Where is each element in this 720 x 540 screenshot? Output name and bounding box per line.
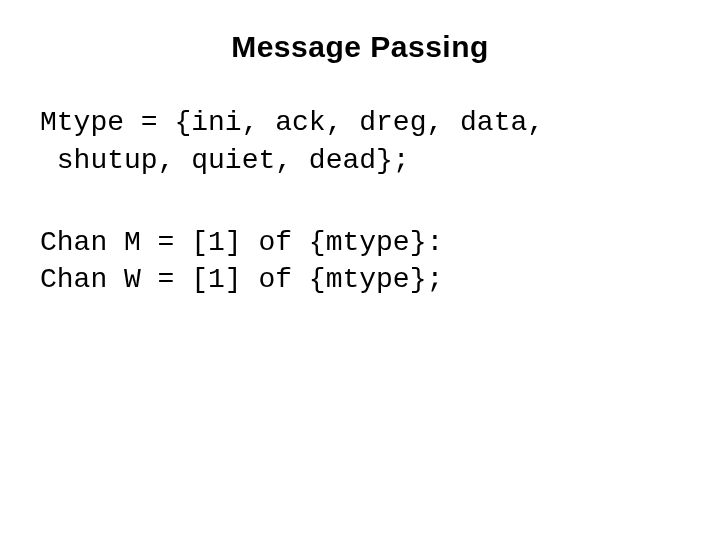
slide: Message Passing Mtype = {ini, ack, dreg,…: [0, 0, 720, 540]
channel-declaration: Chan M = [1] of {mtype}: Chan W = [1] of…: [40, 224, 680, 300]
slide-title: Message Passing: [40, 30, 680, 64]
mtype-declaration: Mtype = {ini, ack, dreg, data, shutup, q…: [40, 104, 680, 180]
